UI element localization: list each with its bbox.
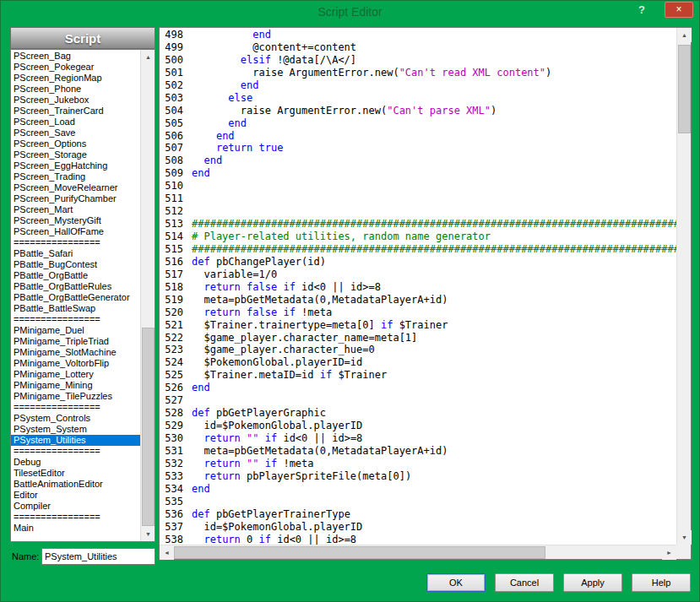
line-number: 499	[160, 41, 183, 54]
code-text: return false if !meta	[192, 306, 332, 319]
scroll-up-icon[interactable]: ▲	[141, 50, 155, 64]
code-line: 536def pbGetPlayerTrainerType	[160, 508, 676, 521]
line-number: 530	[160, 432, 183, 445]
script-list-item[interactable]: PBattle_BugContest	[11, 259, 140, 270]
code-line: 516def pbChangePlayer(id)	[160, 256, 676, 268]
code-line: 517 variable=1/0	[160, 268, 676, 281]
code-text: $game_player.character_name=meta[1]	[192, 332, 417, 344]
script-list[interactable]: PScreen_BagPScreen_PokegearPScreen_Regio…	[10, 49, 155, 542]
script-list-separator[interactable]: ================	[11, 446, 140, 457]
script-list-separator[interactable]: ================	[11, 512, 140, 523]
code-text: variable=1/0	[192, 268, 277, 281]
script-list-items[interactable]: PScreen_BagPScreen_PokegearPScreen_Regio…	[11, 51, 140, 540]
code-text: $Trainer.trainertype=meta[0] if $Trainer	[192, 319, 448, 332]
script-list-scrollbar[interactable]: ▲ ▼	[140, 50, 155, 541]
script-list-item[interactable]: PBattle_OrgBattle	[11, 270, 140, 281]
script-list-item[interactable]: PSystem_Utilities	[11, 435, 140, 446]
code-text: end	[192, 382, 210, 394]
apply-button[interactable]: Apply	[563, 573, 622, 592]
script-list-item[interactable]: Editor	[11, 490, 140, 501]
script-list-item[interactable]: PScreen_EggHatching	[11, 160, 140, 171]
script-list-item[interactable]: Main	[11, 523, 140, 534]
titlebar: Script Editor ? ×	[1, 1, 699, 24]
script-list-item[interactable]: PMinigame_Mining	[11, 380, 140, 391]
script-list-item[interactable]: PMinigame_SlotMachine	[11, 347, 140, 358]
help-button[interactable]: Help	[632, 573, 691, 592]
editor-horizontal-scrollbar[interactable]: ◄ ►	[160, 545, 676, 559]
code-line: 530 return "" if id<0 || id>=8	[160, 432, 676, 445]
script-list-item[interactable]: PScreen_Trading	[11, 171, 140, 182]
script-list-item[interactable]: PBattle_BattleSwap	[11, 303, 140, 314]
script-list-item[interactable]: PMinigame_Duel	[11, 325, 140, 336]
script-list-item[interactable]: PScreen_Storage	[11, 149, 140, 160]
script-list-item[interactable]: PScreen_Phone	[11, 84, 140, 95]
close-button[interactable]: ×	[665, 2, 693, 18]
cancel-button[interactable]: Cancel	[495, 573, 554, 592]
script-name-input[interactable]	[41, 548, 155, 565]
script-list-item[interactable]: TilesetEditor	[11, 468, 140, 479]
script-list-item[interactable]: PScreen_Save	[11, 127, 140, 138]
scroll-down-icon[interactable]: ▼	[141, 527, 155, 541]
script-list-item[interactable]: PScreen_RegionMap	[11, 73, 140, 84]
script-list-item[interactable]: PMinigame_VoltorbFlip	[11, 358, 140, 369]
script-list-header: Script	[10, 27, 155, 49]
code-text: $Trainer.metaID=id if $Trainer	[192, 369, 387, 382]
script-list-item[interactable]: PScreen_MoveRelearner	[11, 182, 140, 193]
script-list-item[interactable]: PMinigame_TripleTriad	[11, 336, 140, 347]
line-number: 501	[160, 67, 183, 79]
script-list-item[interactable]: PScreen_MysteryGift	[11, 215, 140, 226]
script-list-separator[interactable]: ================	[11, 402, 140, 413]
scroll-down-icon[interactable]: ▼	[677, 530, 692, 545]
scroll-left-icon[interactable]: ◄	[160, 545, 174, 560]
code-line: 527	[160, 394, 676, 407]
titlebar-help-button[interactable]: ?	[633, 3, 650, 19]
code-line: 515#####################################…	[160, 243, 676, 256]
script-list-item[interactable]: PScreen_Pokegear	[11, 62, 140, 73]
script-list-item[interactable]: PScreen_PurifyChamber	[11, 193, 140, 204]
script-list-item[interactable]: Compiler	[11, 501, 140, 512]
editor-hscrollbar-thumb[interactable]	[174, 546, 545, 559]
script-list-separator[interactable]: ================	[11, 314, 140, 325]
code-line: 528def pbGetPlayerGraphic	[160, 407, 676, 420]
line-number: 512	[160, 205, 183, 218]
scroll-right-icon[interactable]: ►	[662, 545, 676, 560]
script-list-item[interactable]: BattleAnimationEditor	[11, 479, 140, 490]
script-list-separator[interactable]: ================	[11, 237, 140, 248]
scroll-up-icon[interactable]: ▲	[677, 28, 692, 42]
name-label: Name:	[12, 551, 39, 561]
script-list-item[interactable]: PScreen_HallOfFame	[11, 226, 140, 237]
line-number: 517	[160, 268, 183, 281]
script-list-item[interactable]: PSystem_System	[11, 424, 140, 435]
line-number: 528	[160, 407, 183, 420]
line-number: 535	[160, 496, 183, 508]
code-line: 531 meta=pbGetMetadata(0,MetadataPlayerA…	[160, 445, 676, 458]
code-line: 520 return false if !meta	[160, 306, 676, 319]
code-editor: 498 end499 @content+=content500 elsif !@…	[159, 27, 692, 560]
code-text: raise ArgumentError.new("Can't read XML …	[192, 67, 551, 79]
script-list-item[interactable]: Debug	[11, 457, 140, 468]
code-line: 519 meta=pbGetMetadata(0,MetadataPlayerA…	[160, 294, 676, 306]
script-list-item[interactable]: PBattle_OrgBattleRules	[11, 281, 140, 292]
script-list-item[interactable]: PScreen_Jukebox	[11, 95, 140, 106]
code-line: 503 else	[160, 92, 676, 105]
ok-button[interactable]: OK	[426, 573, 486, 592]
script-list-item[interactable]: PBattle_Safari	[11, 248, 140, 259]
code-line: 509end	[160, 167, 676, 180]
script-list-scrollbar-thumb[interactable]	[142, 328, 155, 526]
script-list-item[interactable]: PScreen_Mart	[11, 204, 140, 215]
script-list-item[interactable]: PMinigame_TilePuzzles	[11, 391, 140, 402]
script-list-item[interactable]: PMinigame_Lottery	[11, 369, 140, 380]
editor-vertical-scrollbar[interactable]: ▲ ▼	[676, 28, 691, 545]
code-line: 501 raise ArgumentError.new("Can't read …	[160, 67, 676, 79]
code-area[interactable]: 498 end499 @content+=content500 elsif !@…	[160, 28, 676, 545]
script-list-item[interactable]: PSystem_Controls	[11, 413, 140, 424]
script-list-item[interactable]: PScreen_Options	[11, 138, 140, 149]
script-list-item[interactable]: PScreen_TrainerCard	[11, 106, 140, 117]
script-list-item[interactable]: PBattle_OrgBattleGenerator	[11, 292, 140, 303]
script-list-item[interactable]: PScreen_Load	[11, 117, 140, 127]
code-text: ########################################…	[192, 218, 676, 230]
code-line: 518 return false if id<0 || id>=8	[160, 281, 676, 294]
script-list-item[interactable]: PScreen_Bag	[11, 51, 140, 62]
editor-vscrollbar-thumb[interactable]	[678, 45, 691, 133]
code-text: id=$PokemonGlobal.playerID	[192, 521, 362, 534]
